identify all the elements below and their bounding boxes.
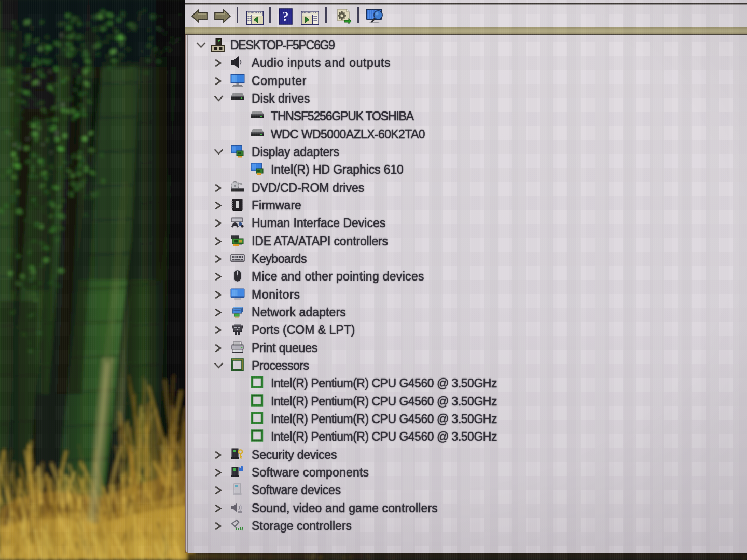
svg-text:?: ? bbox=[282, 9, 289, 24]
